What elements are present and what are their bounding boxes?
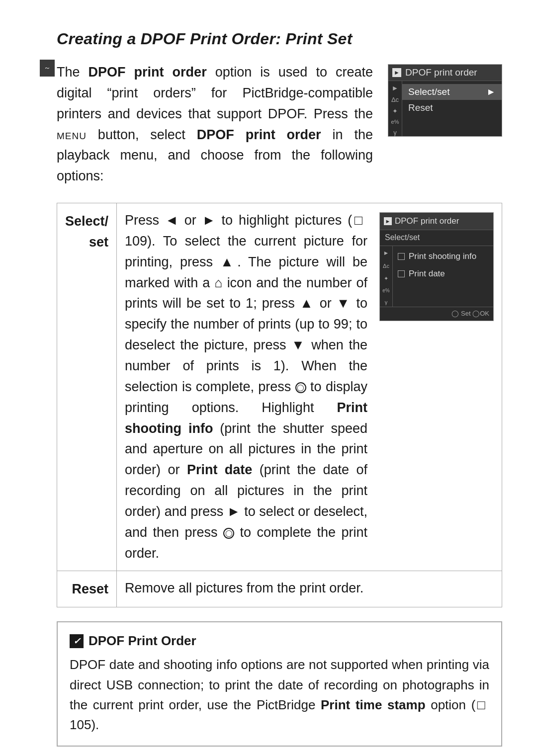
select-content: Press ◄ or ► to highlight pictures (□ 10…	[125, 210, 494, 564]
side-icon: γ	[393, 129, 397, 136]
reset-label: Reset	[57, 571, 117, 607]
menu-topbar-1: ► DPOF print order	[388, 65, 502, 81]
side-icon: e%	[382, 287, 389, 295]
menu-items-2: Print shooting info Print date	[393, 246, 493, 307]
reset-content: Remove all pictures from the print order…	[117, 571, 502, 607]
select-set-label: Select/set	[57, 203, 117, 571]
play-icon-2: ►	[384, 217, 392, 225]
side-icons-1: ► Δc ✦ e% γ	[388, 81, 402, 136]
menu-item-arrow: ►	[486, 86, 496, 97]
bottom-bar-text: ◯ Set ◯OK	[451, 310, 489, 317]
menu-item-select-set: Select/set ►	[402, 84, 502, 100]
side-icons-2: ► Δc ✦ e% γ	[380, 246, 393, 307]
menu-body-2: ► Δc ✦ e% γ Prin	[380, 246, 493, 307]
table-row-reset: Reset Remove all pictures from the print…	[57, 571, 502, 607]
menu-item-label: Reset	[408, 102, 433, 113]
dpof-bold-1: DPOF print order	[89, 65, 207, 80]
menu-item-print-date: Print date	[393, 265, 493, 282]
bookmark-tab: ～	[40, 60, 55, 77]
menu-title-1: DPOF print order	[405, 67, 477, 78]
side-icon: ✦	[384, 274, 388, 283]
note-icon: ✓	[70, 634, 84, 648]
side-icon: ►	[383, 249, 389, 258]
menu-item-reset: Reset	[402, 100, 502, 116]
menu-item-print-shooting: Print shooting info	[393, 248, 493, 265]
checkbox-date	[398, 270, 405, 277]
side-icon: Δc	[391, 96, 399, 103]
circle-ok-icon: ◯	[295, 382, 306, 393]
note-box: ✓ DPOF Print Order DPOF date and shootin…	[57, 621, 502, 747]
bottom-bar-2: ◯ Set ◯OK	[380, 307, 493, 320]
note-text: DPOF date and shooting info options are …	[70, 655, 489, 735]
play-icon-1: ►	[392, 68, 401, 77]
select-set-content: Press ◄ or ► to highlight pictures (□ 10…	[117, 203, 502, 571]
side-icon: ►	[392, 84, 399, 92]
menu-item-label: Select/set	[408, 86, 449, 97]
note-title: DPOF Print Order	[89, 633, 196, 649]
menu-item-label: Print shooting info	[409, 250, 476, 263]
side-icon: γ	[385, 298, 388, 307]
intro-section: The DPOF print order option is used to c…	[57, 62, 502, 187]
dpof-bold-2: DPOF print order	[197, 127, 321, 142]
checkbox-shooting	[398, 253, 405, 260]
print-shooting-bold: Print shooting info	[125, 400, 367, 436]
menu-item-label: Print date	[409, 267, 445, 280]
menu-screenshot-2: ► DPOF print order Select/set ► Δc ✦	[379, 212, 494, 321]
note-header: ✓ DPOF Print Order	[70, 633, 489, 649]
menu-items-1: Select/set ► Reset	[402, 81, 502, 136]
print-date-bold: Print date	[187, 462, 252, 477]
circle-ok-icon-2: ◯	[223, 528, 234, 539]
table-row-select-set: Select/set Press ◄ or ► to highlight pic…	[57, 203, 502, 571]
side-icon: Δc	[383, 262, 389, 270]
menu-sidebar-1: ► Δc ✦ e% γ Select/set ► Reset	[388, 81, 502, 136]
menu-screenshot-1: ► DPOF print order ► Δc ✦ e% γ Select/se…	[388, 64, 502, 137]
select-text: Press ◄ or ► to highlight pictures (□ 10…	[125, 210, 367, 564]
menu-title-2: DPOF print order	[395, 215, 459, 228]
side-icon: e%	[391, 119, 399, 125]
side-icon: ✦	[392, 107, 398, 115]
options-table: Select/set Press ◄ or ► to highlight pic…	[57, 203, 502, 607]
submenu-label: Select/set	[380, 230, 493, 246]
menu-word: menu	[57, 127, 87, 142]
page-title: Creating a DPOF Print Order: Print Set	[57, 30, 502, 48]
print-time-stamp-bold: Print time stamp	[321, 697, 426, 712]
intro-text: The DPOF print order option is used to c…	[57, 62, 373, 187]
menu-topbar-2: ► DPOF print order	[380, 213, 493, 230]
